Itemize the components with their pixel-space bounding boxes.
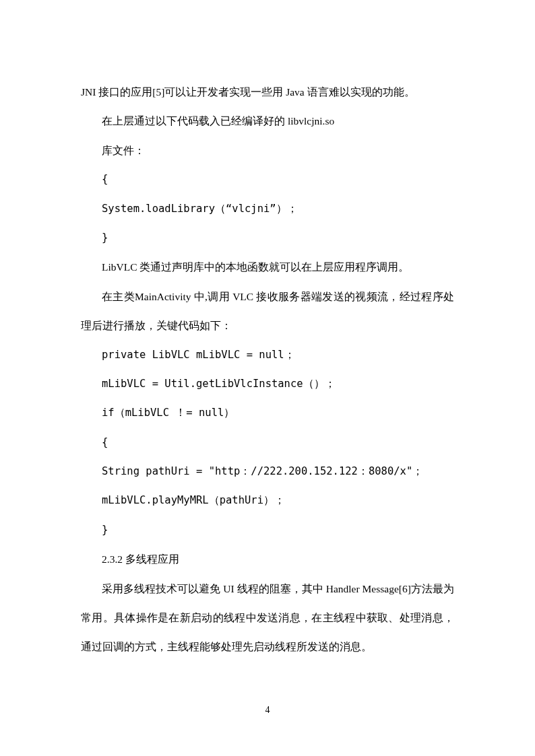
code-line: if（mLibVLC ！= null） — [81, 399, 454, 427]
document-page: JNI 接口的应用[5]可以让开发者实现一些用 Java 语言难以实现的功能。 … — [0, 0, 535, 756]
paragraph-text: 在上层通过以下代码载入已经编译好的 libvlcjni.so — [81, 106, 454, 135]
code-line: } — [81, 516, 454, 545]
paragraph-text: 采用多线程技术可以避免 UI 线程的阻塞，其中 Handler Message[… — [81, 574, 454, 662]
code-line: mLibVLC = Util.getLibVlcInstance（）； — [81, 370, 454, 399]
paragraph-text: LibVLC 类通过声明库中的本地函数就可以在上层应用程序调用。 — [81, 252, 454, 281]
paragraph-text: 在主类MainActivity 中,调用 VLC 接收服务器端发送的视频流，经过… — [81, 282, 454, 341]
page-number: 4 — [0, 705, 535, 716]
paragraph-text: JNI 接口的应用[5]可以让开发者实现一些用 Java 语言难以实现的功能。 — [81, 77, 454, 106]
section-heading: 2.3.2 多线程应用 — [81, 545, 454, 574]
code-line: private LibVLC mLibVLC = null； — [81, 341, 454, 370]
code-line: } — [81, 224, 454, 252]
code-line: { — [81, 165, 454, 194]
code-line: { — [81, 428, 454, 457]
code-line: String pathUri = "http：//222.200.152.122… — [81, 457, 454, 486]
paragraph-text: 库文件： — [81, 136, 454, 165]
code-line: mLibVLC.playMyMRL（pathUri）； — [81, 486, 454, 515]
code-line: System.loadLibrary（“vlcjni”）； — [81, 195, 454, 224]
